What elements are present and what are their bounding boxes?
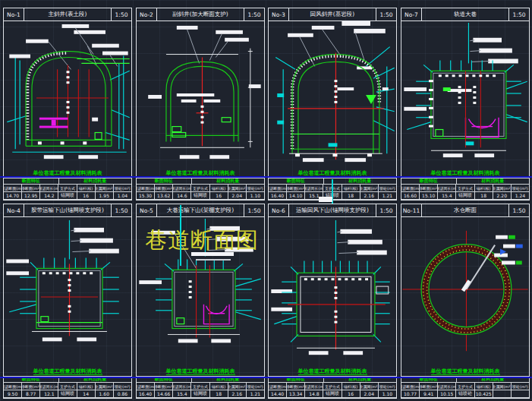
- table-header-row: 掘进断面(m²)净断面(m²)掘进周长(m)支护方式锚杆(根)金属网(m²)喷砼…: [4, 185, 131, 192]
- panel-no5-titlebar: No-5 大巷运输下山(架棚支护段) 1:50: [137, 204, 264, 217]
- table-value-cell: 9.41: [420, 390, 438, 398]
- sheet-title-underline: [196, 259, 231, 260]
- panel-title: 大巷运输下山(架棚支护段): [157, 204, 244, 216]
- rectangular-tunnel-drawing: [4, 217, 131, 368]
- table-value-cell: 8.77: [22, 390, 40, 398]
- consumption-table: 断面特征材料消耗量掘进断面(m²)净断面(m²)掘进周长(m)支护方式锚杆(根)…: [4, 178, 131, 200]
- table-value-cell: 14.6: [173, 192, 191, 200]
- table-header-cell: 喷砼(m³): [379, 185, 396, 192]
- panel-no3: No-3 回风斜井(基岩段) 1:50: [268, 8, 397, 200]
- table-value-cell: 锚网喷: [323, 390, 342, 398]
- table-group-cell: 断面特征: [401, 178, 457, 185]
- table-value-cell: 18: [475, 192, 493, 200]
- table-header-cell: 净断面(m²): [155, 383, 173, 390]
- panel-title: 回风斜井(基岩段): [289, 8, 376, 21]
- table-value-cell: 10.77: [401, 390, 420, 398]
- table-value-row: 9.508.7712.1锚网喷141.600.86: [4, 390, 131, 398]
- table-header-cell: 支护方式: [456, 185, 474, 192]
- table-header-cell: 掘进断面(m²): [4, 185, 22, 192]
- sheet-title-centerline: [180, 205, 181, 266]
- table-value-row: 15.3013.6214.6锚网喷162.041.10: [137, 192, 264, 200]
- panel-no6: No-6 运输回风下山(锚网喷支护段) 1:50: [268, 204, 397, 399]
- table-header-cell: 净断面(m²): [22, 383, 40, 390]
- table-value-row: 16.4014.6615.4锚网喷182.161.21: [137, 390, 264, 398]
- water-trough-icon: [465, 118, 499, 137]
- table-header-row: 掘进断面(m²)净断面(m²)掘进周长(m)支护方式锚杆(根)金属网(m²)喷砼…: [4, 383, 131, 390]
- panel-no1: No-1 主斜井(表土段) 1:50: [3, 8, 132, 200]
- section-drawing-no1: [4, 21, 131, 169]
- table-value-cell: 10.425: [475, 390, 493, 398]
- table-value-cell: 14.40: [269, 390, 287, 398]
- section-drawing-no2: [137, 21, 264, 169]
- section-drawing-no11: [401, 217, 529, 368]
- table-group-cell: 断面特征: [4, 178, 59, 185]
- table-value-cell: 12.95: [22, 192, 40, 200]
- table-value-cell: 1.04: [114, 192, 131, 200]
- table-header-cell: 净断面(m²): [420, 185, 438, 192]
- circular-shaft-drawing: [401, 217, 529, 368]
- table-group-row: 断面特征材料消耗量: [401, 178, 529, 185]
- table-value-cell: 16: [210, 192, 228, 200]
- panel-scale: 1:50: [509, 204, 529, 216]
- table-value-cell: 2.04: [228, 192, 247, 200]
- dimension-text-marks: [177, 93, 229, 159]
- water-trough-icon: [203, 305, 229, 324]
- table-value-cell: 16: [342, 390, 360, 398]
- table-header-cell: 掘进周长(m): [438, 383, 456, 390]
- inter-row-label: [319, 197, 332, 202]
- table-value-cell: 1.10: [379, 390, 396, 398]
- table-value-cell: 锚喷砼: [456, 390, 474, 398]
- panel-no4: No-4 胶带运输下山(锚网喷支护段) 1:50: [3, 204, 132, 399]
- panel-no2: No-2 副斜井(加大断面支护) 1:50: [136, 8, 265, 200]
- table-value-row: 16.6015.1015.4锚网喷182.201.24: [401, 192, 529, 200]
- section-drawing-no7: [401, 21, 529, 169]
- table-value-cell: 13.34: [287, 390, 305, 398]
- table-group-cell: 材料消耗量: [192, 178, 264, 185]
- table-header-cell: 金属网(m²): [493, 185, 512, 192]
- section-drawing-no4: [4, 217, 131, 368]
- table-value-cell: 12.1: [40, 390, 58, 398]
- table-value-cell: 1.24: [512, 192, 529, 200]
- table-header-cell: 金属网(m²): [228, 383, 247, 390]
- table-header-cell: 掘进断面(m²): [401, 185, 420, 192]
- arched-tunnel-drawing: [269, 21, 396, 169]
- top-row-blue-rule: [0, 176, 532, 178]
- table-header-cell: 支护方式: [58, 383, 77, 390]
- table-header-cell: 锚杆(根): [210, 185, 228, 192]
- arched-tunnel-drawing: [137, 21, 264, 169]
- panel-number: No-3: [269, 8, 289, 21]
- table-group-cell: 材料消耗量: [324, 178, 396, 185]
- table-value-cell: 锚网喷: [456, 192, 474, 200]
- table-group-cell: 断面特征: [269, 178, 324, 185]
- table-caption: 单位巷道工程量及材料消耗表: [401, 368, 529, 376]
- table-value-cell: 14.8: [305, 390, 323, 398]
- table-header-cell: 支护方式: [323, 383, 342, 390]
- table-value-cell: 16.40: [269, 192, 287, 200]
- table-header-cell: 掘进周长(m): [173, 383, 191, 390]
- cad-canvas: { "app": { "big_label": "巷道断面图" }, "colo…: [0, 0, 532, 401]
- panel-no11: No-11 水仓断面 1:50: [401, 204, 530, 399]
- table-value-cell: 2.04: [360, 390, 379, 398]
- table-value-cell: 锚网喷: [58, 390, 77, 398]
- panel-scale: 1:50: [244, 8, 264, 21]
- panel-title: 胶带运输下山(锚网喷支护段): [24, 204, 112, 216]
- panel-scale: 1:50: [376, 8, 396, 21]
- table-header-cell: 喷砼(m³): [114, 185, 131, 192]
- consumption-table: 断面特征材料消耗量掘进断面(m²)净断面(m²)掘进周长(m)支护方式锚杆(根)…: [137, 178, 264, 200]
- table-caption: 单位巷道工程量及材料消耗表: [4, 368, 131, 376]
- table-header-row: 掘进断面(m²)净断面(m²)掘进周长(m)支护方式锚杆(根)金属网(m²)喷砼…: [137, 185, 264, 192]
- table-header-cell: 金属网(m²): [96, 185, 114, 192]
- table-header-cell: 净断面(m²): [22, 185, 40, 192]
- table-header-cell: 喷砼(m³): [512, 185, 529, 192]
- panel-number: No-5: [137, 204, 157, 216]
- table-value-row: 14.4013.3414.8锚网喷162.041.10: [269, 390, 396, 398]
- rectangular-tunnel-drawing: [269, 217, 396, 368]
- table-header-row: 掘进断面(m²)净断面(m²)掘进周长(m)支护方式锚杆(根)金属网(m²)喷砼…: [401, 383, 529, 390]
- table-header-cell: 喷砼(m³): [114, 383, 131, 390]
- table-value-row: 14.7012.9514.2锚网喷161.951.04: [4, 192, 131, 200]
- table-header-cell: 支护方式: [191, 185, 209, 192]
- table-header-cell: 掘进周长(m): [40, 383, 58, 390]
- panel-title: 主斜井(表土段): [24, 8, 112, 21]
- leader-labels: [9, 24, 127, 69]
- panel-no3-titlebar: No-3 回风斜井(基岩段) 1:50: [269, 8, 396, 21]
